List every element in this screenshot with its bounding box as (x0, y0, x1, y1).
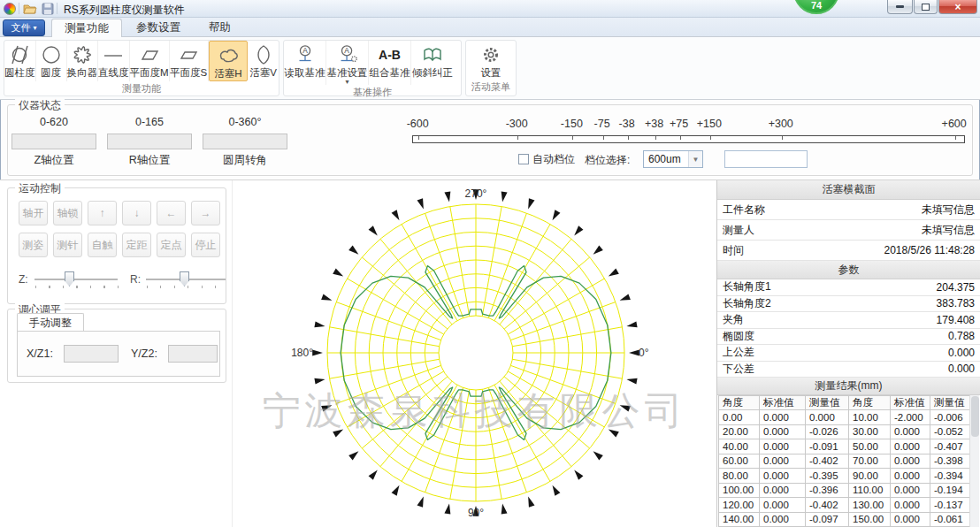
ribbon-button-piston-h[interactable]: 活塞H (209, 41, 248, 81)
motion-button[interactable]: 自触 (88, 233, 117, 257)
results-header-cell: 测量值 (806, 396, 849, 410)
results-cell: 0.000 (891, 483, 930, 498)
gauge-scale-label: +300 (769, 118, 793, 130)
r-slider-thumb[interactable] (180, 271, 189, 286)
auto-range-checkbox[interactable] (518, 154, 529, 164)
ribbon-button-combined-datum[interactable]: A-B 组合基准 (369, 41, 411, 85)
file-menu-button[interactable]: 文件▾ (3, 19, 45, 36)
param-label: 椭圆度 (723, 329, 754, 344)
ribbon-button-flatness-m[interactable]: 平面度M (130, 41, 170, 81)
results-cell: 90.00 (849, 469, 891, 484)
flatness-s-icon (177, 43, 200, 66)
z-axis-value-field[interactable] (11, 134, 96, 149)
gauge-tick (710, 136, 711, 140)
gauge-tick (572, 136, 573, 140)
ribbon-group-label: 测量功能 (4, 81, 279, 97)
z-slider-track[interactable] (34, 279, 118, 280)
ribbon-button-straightness[interactable]: 直线度 (98, 41, 130, 81)
r-slider-ticks (147, 286, 226, 288)
tab-measure-functions[interactable]: 测量功能 (51, 19, 122, 37)
r-axis-label: R轴位置 (129, 154, 171, 166)
ribbon-button-read-datum[interactable]: A 读取基准 (284, 41, 326, 85)
save-icon[interactable] (41, 2, 55, 16)
z-axis-range: 0-620 (11, 116, 96, 132)
gauge-tick (680, 136, 681, 140)
tab-parameter-settings[interactable]: 参数设置 (124, 19, 193, 37)
polar-chart: 0°90°180°270° 宁波森泉科技有限公司 (232, 180, 716, 527)
rotation-value-field[interactable] (203, 134, 287, 149)
table-row: 20.000.000-0.02630.000.000-0.052 (719, 424, 970, 439)
param-value: 204.375 (937, 281, 975, 294)
motion-button[interactable]: → (191, 201, 220, 225)
results-cell: 0.000 (760, 469, 806, 484)
badge-value: 74 (811, 0, 822, 12)
auto-range-label: 自动档位 (532, 153, 575, 165)
results-cell: 40.00 (719, 439, 760, 454)
results-cell: 150.00 (849, 512, 891, 527)
motion-button[interactable]: 定点 (157, 233, 186, 257)
motion-button[interactable]: 测针 (53, 233, 82, 257)
results-cell: -0.006 (930, 410, 970, 425)
motion-button[interactable]: 定距 (122, 233, 151, 257)
motion-button[interactable]: ← (157, 201, 186, 225)
ribbon-button-settings[interactable]: 设置 (470, 41, 512, 80)
r-axis-value-field[interactable] (107, 134, 192, 149)
range-select-value: 600um (648, 153, 681, 165)
param-value: 383.783 (937, 297, 975, 309)
results-cell: -0.091 (806, 439, 849, 454)
table-row: 40.000.000-0.09150.000.000-0.407 (719, 439, 970, 454)
results-cell: 0.000 (760, 424, 806, 439)
gauge-tick (782, 136, 783, 140)
motion-button[interactable]: 停止 (191, 233, 220, 257)
ribbon-group-datum: A 读取基准 A 基准设置 ▾ A-B 组合基准 倾斜 (283, 40, 462, 96)
gauge-scale-label: -150 (561, 118, 583, 130)
svg-text:270°: 270° (465, 187, 487, 200)
results-cell: 0.000 (891, 439, 930, 454)
ribbon-button-flatness-s[interactable]: 平面度S (170, 41, 209, 81)
info-value: 未填写信息 (922, 202, 975, 218)
results-table-wrap: 角度标准值测量值角度标准值测量值0.000.0000.00010.00-2.00… (717, 395, 980, 527)
ribbon-button-commutator[interactable]: 换向器 (67, 41, 99, 81)
motion-button[interactable]: 轴锁 (53, 201, 82, 225)
motion-button[interactable]: ↑ (88, 201, 117, 225)
gauge-tick (628, 136, 629, 140)
motion-button[interactable]: ↓ (122, 201, 151, 225)
ribbon-button-datum-settings[interactable]: A 基准设置 ▾ (326, 41, 369, 85)
r-slider-label: R: (130, 273, 141, 286)
gauge-scale-label: +600 (942, 118, 967, 130)
maximize-button[interactable] (914, 0, 938, 14)
results-header-row: 角度标准值测量值角度标准值测量值 (719, 396, 970, 410)
gauge-tick (603, 136, 604, 140)
xz1-field[interactable] (64, 345, 119, 363)
tab-manual-adjust[interactable]: 手动调整 (17, 313, 84, 332)
polar-chart-canvas: 0°90°180°270° (233, 180, 716, 527)
yz2-field[interactable] (168, 345, 218, 363)
table-row: 100.000.000-0.396110.000.000-0.194 (719, 483, 970, 498)
param-label: 长轴角度2 (723, 296, 771, 311)
results-cell: 20.00 (719, 424, 760, 439)
minimize-button[interactable] (887, 0, 913, 14)
tab-help[interactable]: 帮助 (196, 19, 243, 37)
gauge-bar (412, 135, 965, 143)
ribbon-button-roundness[interactable]: 圆度 (36, 41, 67, 81)
app-icon[interactable] (4, 3, 16, 15)
ribbon-button-tilt-correction[interactable]: 倾斜纠正 (411, 41, 454, 85)
open-file-icon[interactable] (23, 2, 37, 16)
cylindricity-icon (8, 43, 31, 66)
z-slider-thumb[interactable] (65, 271, 74, 286)
motion-button[interactable]: 测姿 (19, 233, 48, 257)
results-scrollbar[interactable] (969, 395, 979, 527)
piston-h-icon (217, 44, 240, 67)
gauge-scale-label: -38 (619, 118, 635, 130)
close-button[interactable]: × (938, 0, 977, 14)
separator (57, 3, 57, 14)
gauge-scale-label: +75 (670, 118, 688, 130)
scrollbar-thumb[interactable] (971, 396, 979, 437)
ribbon-button-piston-v[interactable]: 活塞V (248, 41, 279, 81)
range-extra-field[interactable] (724, 150, 808, 168)
results-header-cell: 测量值 (930, 396, 970, 410)
motion-button[interactable]: 轴开 (19, 201, 48, 225)
results-cell: 140.00 (719, 512, 760, 527)
ribbon-button-cylindricity[interactable]: 圆柱度 (4, 41, 36, 81)
range-select-dropdown[interactable]: 600um ▼ (643, 150, 703, 168)
